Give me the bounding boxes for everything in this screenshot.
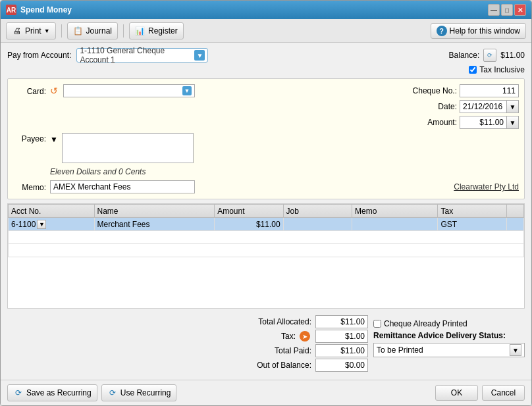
right-fields: Cheque No.: Date: ▼ Amount: [411,84,519,129]
use-recurring-button[interactable]: ⟳ Use Recurring [101,384,177,401]
cell-job [283,218,352,231]
details-section: Card: ↺ ▼ Cheque No.: D [7,78,525,199]
amount-label: Amount: [411,118,457,127]
col-name: Name [94,205,215,218]
card-select[interactable]: ▼ [63,84,195,97]
cheque-no-label: Cheque No.: [411,86,457,95]
minimize-button[interactable]: — [488,4,500,16]
total-allocated-value: $11.00 [315,315,368,328]
table-row-empty-1 [9,231,524,244]
total-allocated-label: Total Allocated: [246,317,311,326]
pay-from-dropdown-arrow[interactable]: ▼ [194,50,205,61]
table-row[interactable]: 6-1100 ▼ Merchant Fees $11.00 GST [9,218,524,231]
footer-bar: ⟳ Save as Recurring ⟳ Use Recurring OK C… [1,380,531,405]
tax-info-icon[interactable]: ➤ [300,331,310,342]
total-allocated-row: Total Allocated: $11.00 [7,315,368,328]
save-recurring-icon: ⟳ [13,388,24,398]
bottom-section: Total Allocated: $11.00 Tax: ➤ $1.00 Tot… [7,313,525,374]
print-dropdown-arrow[interactable]: ▼ [44,28,50,34]
table-row-empty-2 [9,244,524,257]
payee-row: Payee: ▼ [13,133,519,163]
help-button[interactable]: ? Help for this window [431,23,526,39]
cheque-printed-label: Cheque Already Printed [384,319,467,328]
remittance-value: To be Printed [377,345,510,355]
col-job: Job [283,205,352,218]
card-dropdown-arrow[interactable]: ▼ [182,86,192,95]
col-extra [506,205,523,218]
col-acct-no: Acct No. [9,205,95,218]
cheque-printed-row: Cheque Already Printed [373,319,525,328]
app-icon: AR [6,5,16,15]
clearwater-text: Clearwater Pty Ltd [454,182,519,191]
pay-from-select[interactable]: 1-1110 General Cheque Account 1 ▼ [76,48,208,63]
acct-cell: 6-1100 ▼ [11,220,92,229]
acct-dropdown-btn[interactable]: ▼ [37,220,46,229]
total-paid-row: Total Paid: $11.00 [7,344,368,357]
amount-input-wrap: ▼ [460,116,519,129]
memo-input[interactable] [50,180,195,193]
pay-from-label: Pay from Account: [7,51,71,60]
date-picker-button[interactable]: ▼ [507,100,519,113]
amount-words: Eleven Dollars and 0 Cents [50,167,519,176]
tax-inclusive-checkbox[interactable] [469,66,477,74]
cheque-no-row: Cheque No.: [411,84,519,97]
cheque-no-input[interactable] [460,84,519,97]
line-items-table-section: Acct No. Name Amount Job Memo Tax 6-1100 [7,203,525,309]
total-paid-label: Total Paid: [246,346,311,355]
cell-memo [352,218,438,231]
date-input[interactable] [460,100,507,113]
cell-acct-no: 6-1100 ▼ [9,218,95,231]
footer-right: OK Cancel [435,385,525,401]
cell-extra [506,218,523,231]
total-paid-value: $11.00 [315,344,368,357]
right-bottom-section: Cheque Already Printed Remittance Advice… [373,313,525,374]
toolbar-separator-2 [123,24,124,38]
window-title: Spend Money [20,5,72,14]
toolbar-separator-1 [61,24,62,38]
totals-section: Total Allocated: $11.00 Tax: ➤ $1.00 Tot… [7,313,368,374]
date-input-wrap: ▼ [460,100,519,113]
payee-dropdown-arrow[interactable]: ▼ [49,133,59,146]
amount-input[interactable] [460,116,507,129]
use-recurring-icon: ⟳ [107,388,118,398]
remittance-select[interactable]: To be Printed ▼ [373,343,525,357]
balance-icon[interactable]: ⟳ [483,49,496,62]
print-icon: 🖨 [12,26,22,36]
journal-icon: 📋 [73,26,84,36]
col-tax: Tax [438,205,506,218]
card-refresh-icon[interactable]: ↺ [50,86,61,96]
use-recurring-label: Use Recurring [120,388,171,397]
main-content: Pay from Account: 1-1110 General Cheque … [1,43,531,380]
ok-button[interactable]: OK [435,385,478,401]
payee-textarea[interactable] [62,133,194,163]
amount-calculator-button[interactable]: ▼ [507,116,519,129]
card-input-wrap: ↺ ▼ [50,84,195,97]
pay-from-value: 1-1110 General Cheque Account 1 [80,46,194,64]
date-label: Date: [411,102,457,111]
journal-button[interactable]: 📋 Journal [67,22,118,39]
print-button[interactable]: 🖨 Print ▼ [6,22,56,39]
cancel-button[interactable]: Cancel [482,385,525,401]
tax-inclusive-label: Tax Inclusive [479,65,525,74]
toolbar: 🖨 Print ▼ 📋 Journal 📊 Register ? Help fo… [1,19,531,43]
main-window: AR Spend Money — □ ✕ 🖨 Print ▼ 📋 Journal… [0,0,532,406]
cheque-printed-checkbox[interactable] [373,320,381,328]
out-of-balance-row: Out of Balance: $0.00 [7,359,368,372]
tax-label: Tax: [230,332,296,341]
register-icon: 📊 [135,26,146,36]
date-row: Date: ▼ [411,100,519,113]
out-of-balance-value: $0.00 [315,359,368,372]
close-button[interactable]: ✕ [514,4,526,16]
out-of-balance-label: Out of Balance: [246,361,311,370]
balance-label: Balance: [449,51,480,60]
remittance-dropdown-arrow[interactable]: ▼ [510,344,521,356]
balance-value: $11.00 [500,51,525,60]
titlebar: AR Spend Money — □ ✕ [1,1,531,19]
save-recurring-label: Save as Recurring [26,388,92,397]
tax-inclusive-wrap[interactable]: Tax Inclusive [469,65,525,74]
save-recurring-button[interactable]: ⟳ Save as Recurring [7,384,97,401]
card-label: Card: [13,86,46,96]
maximize-button[interactable]: □ [501,4,513,16]
col-memo: Memo [352,205,438,218]
register-button[interactable]: 📊 Register [129,22,184,39]
